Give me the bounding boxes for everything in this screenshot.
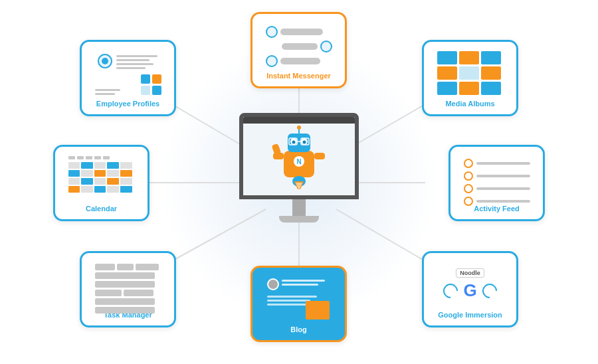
gi-arrow-left (441, 280, 461, 301)
google-immersion-label: Google Immersion (438, 311, 502, 319)
af-row-4 (464, 197, 530, 206)
blog-card[interactable]: Blog (250, 266, 347, 342)
svg-text:N: N (296, 158, 301, 165)
calendar-card[interactable]: Calendar (53, 145, 150, 221)
im-bubble-2 (282, 43, 318, 50)
monitor-screen: N (239, 113, 359, 199)
af-row-2 (464, 171, 530, 181)
svg-point-13 (303, 141, 306, 144)
blog-avatar (267, 278, 279, 290)
gi-google-icon: G (463, 280, 476, 301)
blog-image-block (306, 301, 330, 319)
activity-feed-icon-area (460, 153, 534, 203)
media-albums-label: Media Albums (445, 100, 494, 108)
im-avatar-1 (266, 26, 278, 38)
monitor-screen-inner: N (243, 117, 355, 195)
gi-arrow-right (479, 280, 500, 301)
ep-blocks (141, 74, 161, 95)
instant-messenger-label: Instant Messenger (266, 72, 331, 80)
ep-avatar-icon (98, 54, 112, 68)
monitor-container: N (233, 113, 365, 246)
monitor-stand-base (279, 216, 319, 223)
media-albums-icon-area (434, 48, 507, 98)
activity-feed-card[interactable]: Activity Feed (448, 145, 545, 221)
activity-feed-label: Activity Feed (474, 205, 519, 213)
calendar-icon-area (65, 153, 138, 203)
svg-rect-22 (314, 153, 325, 159)
main-container: Employee Profiles Instant Messenger (0, 0, 598, 364)
media-albums-card[interactable]: Media Albums (422, 40, 518, 116)
calendar-label: Calendar (86, 205, 117, 213)
instant-messenger-card[interactable]: Instant Messenger (250, 12, 347, 88)
noodle-label: Noodle (456, 268, 484, 278)
instant-messenger-icon-area (262, 21, 336, 70)
svg-point-18 (297, 126, 301, 130)
task-manager-icon-area (92, 260, 165, 310)
employee-profiles-icon-area (92, 48, 165, 98)
monitor-stand-top (292, 199, 306, 216)
af-row-1 (464, 159, 530, 168)
blog-lines (282, 280, 325, 286)
blog-icon-area (262, 274, 336, 324)
google-immersion-card[interactable]: Noodle G Google Immersion (422, 251, 518, 327)
robot-mascot: N (269, 123, 329, 189)
im-avatar-3 (266, 55, 278, 67)
employee-profiles-card[interactable]: Employee Profiles (80, 40, 176, 116)
ep-lines (116, 55, 157, 69)
svg-point-12 (292, 141, 296, 144)
google-immersion-icon-area: Noodle G (434, 260, 507, 310)
im-bubble-1 (280, 29, 323, 35)
blog-label: Blog (290, 325, 306, 333)
employee-profiles-label: Employee Profiles (96, 100, 159, 108)
im-avatar-2 (320, 41, 332, 52)
im-bubble-3 (280, 58, 320, 64)
af-row-3 (464, 184, 530, 193)
task-manager-card[interactable]: Task Manager (80, 251, 176, 327)
